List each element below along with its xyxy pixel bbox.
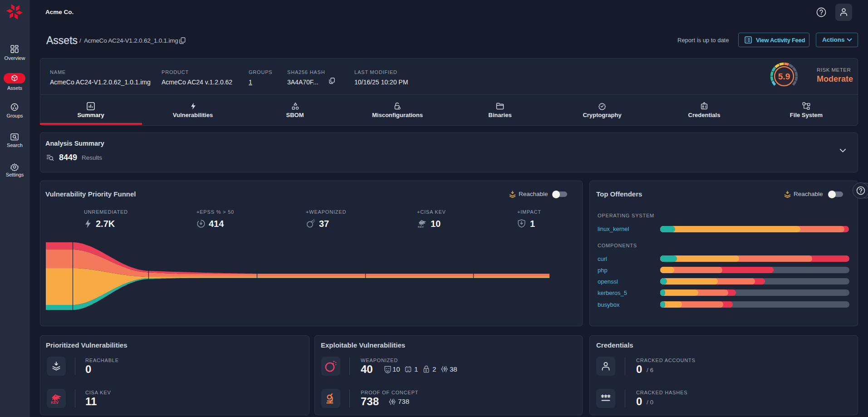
svg-text:S: S [425,369,427,372]
svg-text:KEV: KEV [51,400,59,404]
svg-text:KEV: KEV [418,225,424,228]
svg-text:5.9: 5.9 [778,72,790,81]
